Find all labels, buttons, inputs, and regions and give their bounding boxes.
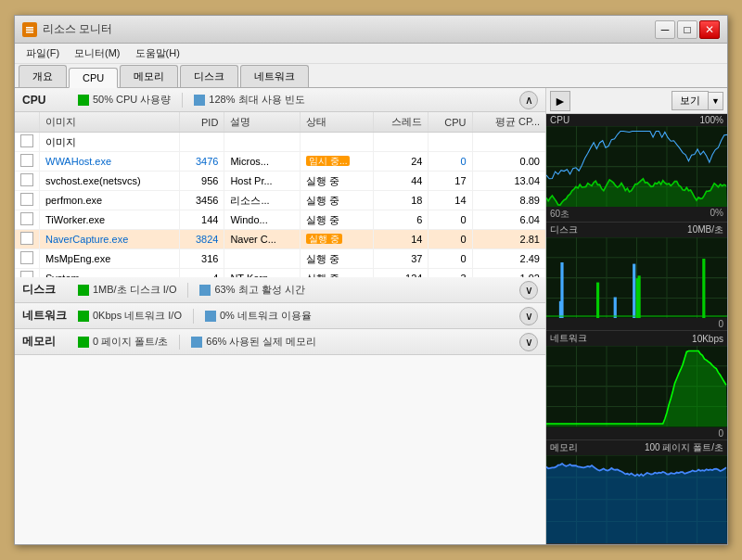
tab-cpu[interactable]: CPU — [69, 68, 118, 88]
cpu-title: CPU — [22, 94, 78, 107]
row-checkbox[interactable] — [15, 230, 40, 249]
cpu-table-body: 이미지WWAHost.exe3476Micros...임시 중...2400.0… — [15, 133, 545, 278]
process-name: NaverCapture.exe — [40, 230, 180, 249]
main-content: CPU 50% CPU 사용량 128% 최대 사용 빈도 ∧ — [15, 88, 727, 544]
cpu-stat2-text: 128% 최대 사용 빈도 — [209, 93, 304, 107]
table-row[interactable]: WWAHost.exe3476Micros...임시 중...2400.00 — [15, 152, 545, 172]
row-checkbox[interactable] — [15, 152, 40, 172]
process-pid: 3476 — [179, 152, 224, 172]
process-avg-cpu: 13.04 — [472, 172, 545, 191]
disk-stat-divider — [187, 283, 188, 298]
graph-block-네트워크: 네트워크10Kbps0 — [546, 331, 727, 439]
tab-overview[interactable]: 개요 — [19, 65, 67, 87]
process-status: 실행 중 — [301, 269, 373, 278]
process-pid: 4 — [179, 269, 224, 278]
menu-file[interactable]: 파일(F) — [19, 45, 67, 62]
svg-rect-30 — [638, 276, 641, 319]
process-desc: Micros... — [224, 152, 301, 172]
graph-bottom-네트워크: 0 — [546, 427, 727, 439]
view-button[interactable]: 보기 — [672, 91, 709, 110]
window-title: 리소스 모니터 — [43, 21, 112, 37]
svg-rect-32 — [702, 259, 705, 318]
process-pid: 3824 — [179, 230, 224, 249]
process-cpu: 0 — [429, 230, 472, 249]
col-pid[interactable]: PID — [179, 112, 224, 133]
row-checkbox[interactable] — [15, 269, 40, 278]
network-expand-button[interactable]: ∨ — [519, 307, 538, 325]
cpu-expand-button[interactable]: ∧ — [519, 91, 538, 109]
process-threads: 18 — [373, 191, 429, 210]
process-name: System — [40, 269, 180, 278]
titlebar-controls: ─ □ ✕ — [655, 20, 720, 39]
process-status: 실행 중 — [301, 172, 373, 191]
tab-memory[interactable]: 메모리 — [120, 65, 178, 87]
row-checkbox[interactable] — [15, 249, 40, 269]
process-avg-cpu: 6.04 — [472, 210, 545, 230]
svg-rect-28 — [596, 283, 599, 319]
table-row[interactable]: perfmon.exe3456리소스...실행 중18148.89 — [15, 191, 545, 210]
tab-network[interactable]: 네트워크 — [240, 65, 309, 87]
svg-rect-3 — [26, 32, 33, 33]
col-desc[interactable]: 설명 — [224, 112, 301, 133]
col-cpu[interactable]: CPU — [429, 112, 472, 133]
disk-section-header[interactable]: 디스크 1MB/초 디스크 I/O 63% 최고 활성 시간 ∨ — [15, 277, 545, 303]
graph-area: CPU100%60초0%디스크10MB/초0네트워크10Kbps0메모리100 … — [546, 114, 727, 544]
table-row[interactable]: TiWorker.exe144Windo...실행 중606.04 — [15, 210, 545, 230]
menu-monitor[interactable]: 모니터(M) — [67, 45, 128, 62]
table-row[interactable]: svchost.exe(netsvcs)956Host Pr...실행 중441… — [15, 172, 545, 191]
process-status: 실행 중 — [301, 230, 373, 249]
tabbar: 개요 CPU 메모리 디스크 네트워크 — [15, 64, 727, 88]
row-checkbox[interactable] — [15, 191, 40, 210]
row-checkbox[interactable] — [15, 133, 40, 152]
right-panel-expand[interactable]: ► — [550, 91, 570, 111]
process-cpu: 0 — [429, 152, 472, 172]
process-desc: NT Kern... — [224, 269, 301, 278]
table-row[interactable]: System4NT Kern...실행 중12431.92 — [15, 269, 545, 278]
table-row[interactable]: MsMpEng.exe316실행 중3702.49 — [15, 249, 545, 269]
graph-label-CPU: CPU — [550, 115, 569, 125]
graph-bottom-디스크: 0 — [546, 318, 727, 330]
process-name: WWAHost.exe — [40, 152, 180, 172]
row-checkbox[interactable] — [15, 172, 40, 191]
network-section-header[interactable]: 네트워크 0Kbps 네트워크 I/O 0% 네트워크 이용율 ∨ — [15, 303, 545, 329]
menu-help[interactable]: 도움말(H) — [128, 45, 187, 62]
graph-bottom-right-CPU: 0% — [710, 208, 723, 221]
close-button[interactable]: ✕ — [699, 20, 720, 39]
process-status: 실행 중 — [301, 191, 373, 210]
tab-disk[interactable]: 디스크 — [180, 65, 238, 87]
app-icon — [22, 22, 37, 37]
memory-stat1-text: 0 페이지 폴트/초 — [93, 335, 168, 349]
process-avg-cpu: 8.89 — [472, 191, 545, 210]
process-threads: 124 — [373, 269, 429, 278]
process-status: 임시 중... — [301, 152, 373, 172]
col-checkbox — [15, 112, 40, 133]
process-avg-cpu — [472, 133, 545, 152]
maximize-button[interactable]: □ — [677, 20, 697, 39]
network-stat2-text: 0% 네트워크 이용율 — [220, 309, 312, 323]
process-cpu: 14 — [429, 191, 472, 210]
process-status: 실행 중 — [301, 249, 373, 269]
disk-expand-button[interactable]: ∨ — [519, 281, 538, 299]
memory-section-header[interactable]: 메모리 0 페이지 폴트/초 66% 사용된 실제 메모리 ∨ — [15, 329, 545, 355]
process-pid: 956 — [179, 172, 224, 191]
process-cpu: 3 — [429, 269, 472, 278]
graph-label-row-네트워크: 네트워크10Kbps — [546, 331, 727, 346]
table-row[interactable]: NaverCapture.exe3824Naver C...실행 중1402.8… — [15, 230, 545, 249]
row-checkbox[interactable] — [15, 210, 40, 230]
memory-expand-button[interactable]: ∨ — [519, 333, 538, 351]
process-desc — [224, 249, 301, 269]
table-row[interactable]: 이미지 — [15, 133, 545, 152]
graph-label-right-메모리: 100 페이지 폴트/초 — [645, 441, 723, 454]
col-status[interactable]: 상태 — [301, 112, 373, 133]
col-threads[interactable]: 스레드 — [373, 112, 429, 133]
col-name[interactable]: 이미지 — [40, 112, 180, 133]
memory-stat2-text: 66% 사용된 실제 메모리 — [206, 335, 316, 349]
cpu-table-container[interactable]: 이미지 PID 설명 상태 스레드 CPU 평균 CP... 이미지WWAHos… — [15, 112, 545, 277]
process-pid — [179, 133, 224, 152]
col-avg-cpu[interactable]: 평균 CP... — [472, 112, 545, 133]
minimize-button[interactable]: ─ — [655, 20, 675, 39]
view-dropdown[interactable]: ▼ — [709, 92, 723, 110]
left-panel: CPU 50% CPU 사용량 128% 최대 사용 빈도 ∧ — [15, 88, 546, 544]
cpu-section-header[interactable]: CPU 50% CPU 사용량 128% 최대 사용 빈도 ∧ — [15, 88, 545, 112]
process-name: 이미지 — [40, 133, 180, 152]
